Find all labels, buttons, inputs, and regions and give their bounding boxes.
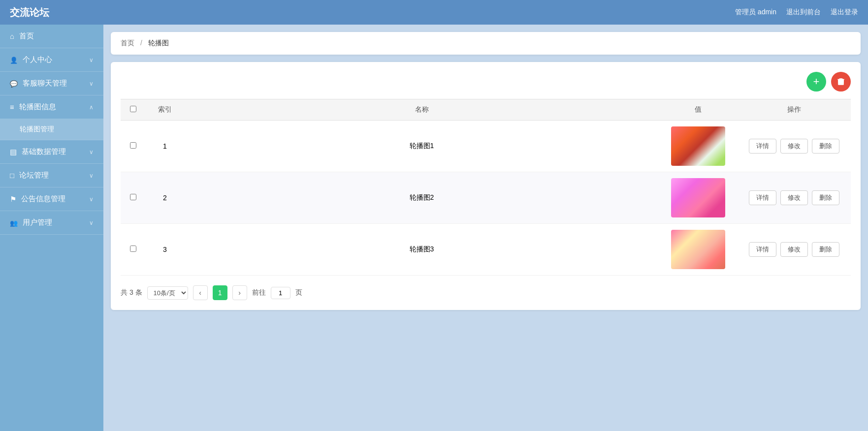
content-card: + (111, 62, 861, 310)
col-header-index: 索引 (145, 99, 185, 121)
row-checkbox-cell (121, 224, 145, 276)
sidebar-item-notice[interactable]: 公告信息管理 ∨ (0, 187, 103, 211)
row-actions-3: 详情 修改 删除 (738, 224, 851, 276)
breadcrumb: 首页 / 轮播图 (111, 32, 861, 55)
sidebar-item-carousel-manage[interactable]: 轮播图管理 (0, 119, 103, 140)
sidebar-item-carousel-info[interactable]: 轮播图信息 ∧ (0, 95, 103, 119)
chevron-icon-5: ∨ (89, 172, 94, 179)
row-index-2: 2 (145, 172, 185, 224)
row-checkbox-1[interactable] (130, 142, 136, 149)
col-header-check (121, 99, 145, 121)
thumbnail-2 (671, 178, 725, 217)
action-buttons-3: 详情 修改 删除 (745, 242, 843, 257)
sidebar-item-notice-label: 公告信息管理 (21, 194, 65, 204)
prev-page-button[interactable]: ‹ (193, 285, 208, 300)
row-name-3: 轮播图3 (185, 224, 659, 276)
admin-label: 管理员 admin (735, 8, 776, 17)
app-title: 交流论坛 (10, 6, 49, 19)
select-all-checkbox[interactable] (130, 106, 136, 112)
sidebar-item-user-label: 用户管理 (23, 218, 52, 227)
row-checkbox-2[interactable] (130, 194, 136, 200)
trash-icon (836, 77, 845, 86)
col-header-actions: 操作 (738, 99, 851, 121)
table-row: 3 轮播图3 详情 修改 删除 (121, 224, 851, 276)
next-page-button[interactable]: › (232, 285, 247, 300)
detail-button-3[interactable]: 详情 (749, 242, 776, 257)
home-icon (10, 32, 14, 40)
user-icon (10, 218, 18, 227)
goto-label: 前往 (252, 288, 266, 297)
forum-icon (10, 171, 14, 180)
sidebar-item-forum-label: 论坛管理 (19, 171, 49, 180)
chevron-icon-2: ∨ (89, 80, 94, 87)
sidebar-item-user[interactable]: 用户管理 ∨ (0, 211, 103, 235)
page-size-select[interactable]: 10条/页 20条/页 50条/页 (147, 286, 188, 300)
logout-link[interactable]: 退出登录 (831, 8, 858, 17)
carousel-icon (10, 103, 14, 111)
data-table: 索引 名称 值 操作 1 轮播图1 详情 修改 删除 (121, 99, 851, 276)
total-label: 共 3 条 (121, 288, 142, 297)
col-header-value: 值 (659, 99, 738, 121)
col-header-name: 名称 (185, 99, 659, 121)
chevron-icon-3: ∧ (89, 104, 94, 111)
delete-button-3[interactable]: 删除 (812, 242, 839, 257)
action-buttons-2: 详情 修改 删除 (745, 190, 843, 205)
row-checkbox-3[interactable] (130, 246, 136, 252)
edit-button-3[interactable]: 修改 (780, 242, 808, 257)
main-content: 首页 / 轮播图 + (103, 25, 868, 431)
detail-button-2[interactable]: 详情 (749, 190, 776, 205)
thumbnail-1 (671, 126, 725, 166)
chevron-icon-7: ∨ (89, 219, 94, 226)
action-buttons-1: 详情 修改 删除 (745, 139, 843, 154)
delete-button-2[interactable]: 删除 (812, 190, 839, 205)
delete-button-1[interactable]: 删除 (812, 139, 839, 154)
table-row: 2 轮播图2 详情 修改 删除 (121, 172, 851, 224)
sidebar-item-personal[interactable]: 个人中心 ∨ (0, 48, 103, 72)
goto-front-link[interactable]: 退出到前台 (786, 8, 821, 17)
table-row: 1 轮播图1 详情 修改 删除 (121, 121, 851, 172)
breadcrumb-current: 轮播图 (148, 39, 169, 47)
main-layout: 首页 个人中心 ∨ 客服聊天管理 ∨ 轮播图信息 ∧ 轮播图管理 (0, 25, 868, 431)
sidebar-item-home[interactable]: 首页 (0, 25, 103, 48)
breadcrumb-separator: / (140, 39, 142, 47)
add-button[interactable]: + (806, 72, 826, 92)
chevron-icon-6: ∨ (89, 196, 94, 203)
sidebar-item-customer-service[interactable]: 客服聊天管理 ∨ (0, 72, 103, 95)
header-nav: 管理员 admin 退出到前台 退出登录 (735, 8, 858, 17)
toolbar: + (121, 72, 851, 92)
edit-button-2[interactable]: 修改 (780, 190, 808, 205)
row-checkbox-cell (121, 121, 145, 172)
sidebar-item-carousel-manage-label: 轮播图管理 (20, 125, 54, 134)
notice-icon (10, 195, 16, 204)
person-icon (10, 56, 18, 64)
page-unit-label: 页 (295, 288, 302, 297)
row-checkbox-cell (121, 172, 145, 224)
page-1-button[interactable]: 1 (213, 285, 227, 300)
row-value-2 (659, 172, 738, 224)
sidebar-item-home-label: 首页 (19, 31, 34, 41)
database-icon (10, 148, 17, 156)
header: 交流论坛 管理员 admin 退出到前台 退出登录 (0, 0, 868, 25)
sidebar-item-forum[interactable]: 论坛管理 ∨ (0, 164, 103, 187)
row-index-3: 3 (145, 224, 185, 276)
chevron-icon: ∨ (89, 57, 94, 63)
batch-delete-button[interactable] (831, 72, 851, 92)
sidebar-item-personal-label: 个人中心 (23, 55, 52, 64)
detail-button-1[interactable]: 详情 (749, 139, 776, 154)
sidebar-item-customer-service-label: 客服聊天管理 (23, 79, 67, 88)
row-actions-2: 详情 修改 删除 (738, 172, 851, 224)
chevron-icon-4: ∨ (89, 149, 94, 155)
sidebar-item-basic-data[interactable]: 基础数据管理 ∨ (0, 140, 103, 164)
sidebar-item-basic-data-label: 基础数据管理 (22, 147, 66, 156)
edit-button-1[interactable]: 修改 (780, 139, 808, 154)
chat-icon (10, 79, 18, 88)
breadcrumb-home[interactable]: 首页 (121, 39, 134, 47)
row-index-1: 1 (145, 121, 185, 172)
pagination: 共 3 条 10条/页 20条/页 50条/页 ‹ 1 › 前往 页 (121, 285, 851, 300)
row-value-3 (659, 224, 738, 276)
goto-page-input[interactable] (271, 287, 290, 299)
row-actions-1: 详情 修改 删除 (738, 121, 851, 172)
row-name-1: 轮播图1 (185, 121, 659, 172)
row-value-1 (659, 121, 738, 172)
row-name-2: 轮播图2 (185, 172, 659, 224)
